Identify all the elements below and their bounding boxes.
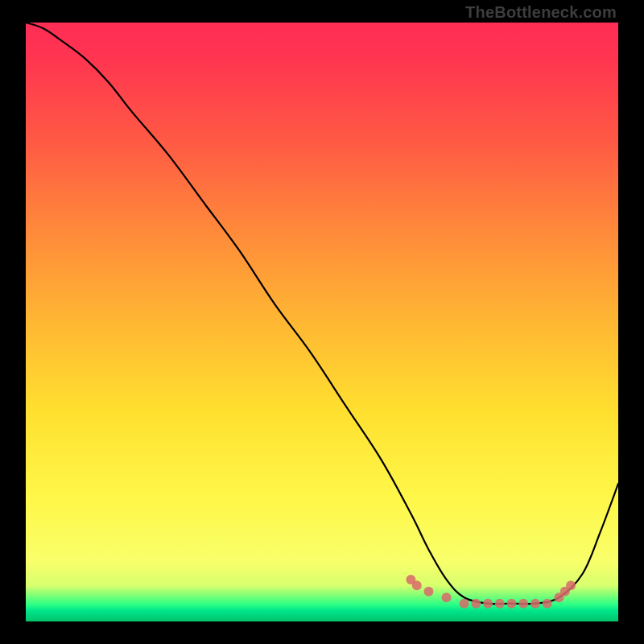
marker-dot [566, 580, 576, 590]
marker-dot [460, 599, 469, 609]
marker-dot [530, 599, 540, 609]
watermark-text: TheBottleneck.com [465, 3, 617, 22]
marker-dot [423, 587, 433, 597]
marker-dot [412, 580, 422, 590]
chart-frame: TheBottleneck.com [0, 0, 644, 644]
marker-dot [483, 599, 493, 609]
bottleneck-curve-line [26, 23, 618, 604]
marker-dot [495, 599, 505, 609]
marker-dot [471, 599, 481, 609]
marker-dot [543, 599, 552, 609]
sweet-spot-markers [406, 575, 576, 609]
plot-area [26, 23, 618, 621]
curve-path [26, 23, 618, 604]
marker-dot [507, 599, 517, 609]
chart-svg [26, 23, 618, 621]
marker-dot [518, 599, 528, 609]
marker-dot [442, 592, 452, 602]
